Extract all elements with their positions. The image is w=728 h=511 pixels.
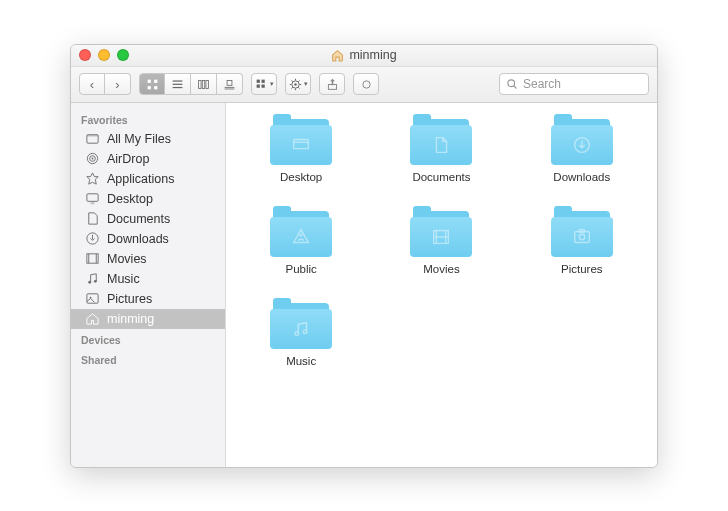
home-icon — [331, 49, 344, 62]
minimize-button[interactable] — [98, 49, 110, 61]
folder-label: Pictures — [561, 263, 603, 275]
share-icon — [326, 78, 339, 91]
home-icon — [85, 311, 100, 326]
view-icons-button[interactable] — [139, 73, 165, 95]
sidebar-item-documents[interactable]: Documents — [71, 209, 225, 229]
body: Favorites All My Files AirDrop Applicati… — [71, 103, 657, 467]
folder-item[interactable]: Public — [270, 209, 332, 275]
folder-label: Documents — [412, 171, 470, 183]
sidebar-item-label: All My Files — [107, 132, 171, 146]
folder-label: Desktop — [280, 171, 322, 183]
sidebar-header-shared: Shared — [71, 349, 225, 369]
search-field[interactable]: Search — [499, 73, 649, 95]
sidebar-item-applications[interactable]: Applications — [71, 169, 225, 189]
svg-rect-9 — [206, 80, 208, 88]
forward-button[interactable]: › — [105, 73, 131, 95]
folder-label: Public — [285, 263, 316, 275]
finder-window: minming ‹ › ▾ — [70, 44, 658, 468]
svg-line-25 — [291, 87, 292, 88]
sidebar-item-movies[interactable]: Movies — [71, 249, 225, 269]
close-button[interactable] — [79, 49, 91, 61]
arrange-icon — [255, 78, 268, 91]
sidebar-item-label: Documents — [107, 212, 170, 226]
svg-rect-37 — [91, 202, 95, 204]
content-area: DesktopDocumentsDownloadsPublicMoviesPic… — [226, 103, 657, 467]
svg-rect-46 — [294, 139, 309, 148]
view-list-button[interactable] — [165, 73, 191, 95]
svg-rect-12 — [225, 88, 235, 89]
back-button[interactable]: ‹ — [79, 73, 105, 95]
toolbar: ‹ › ▾ ▾ — [71, 67, 657, 103]
svg-rect-36 — [87, 194, 98, 202]
airdrop-icon — [85, 151, 100, 166]
svg-rect-4 — [173, 80, 183, 81]
svg-rect-11 — [225, 86, 235, 87]
window-title: minming — [71, 48, 657, 62]
folder-grid: DesktopDocumentsDownloadsPublicMoviesPic… — [236, 117, 647, 367]
titlebar: minming — [71, 45, 657, 67]
columns-icon — [197, 78, 210, 91]
chevron-left-icon: ‹ — [90, 78, 94, 91]
chevron-right-icon: › — [115, 78, 119, 91]
arrange-button[interactable]: ▾ — [251, 73, 277, 95]
folder-item[interactable]: Pictures — [551, 209, 613, 275]
action-group: ▾ — [285, 73, 311, 95]
svg-rect-15 — [256, 84, 259, 87]
grid-icon — [146, 78, 159, 91]
svg-rect-6 — [173, 86, 183, 87]
chevron-down-icon: ▾ — [270, 80, 274, 88]
svg-rect-54 — [574, 231, 589, 242]
svg-rect-5 — [173, 83, 183, 84]
folder-item[interactable]: Documents — [410, 117, 472, 183]
svg-rect-10 — [227, 80, 232, 85]
sidebar-header-favorites: Favorites — [71, 109, 225, 129]
sidebar-item-label: Applications — [107, 172, 174, 186]
sidebar-item-all-my-files[interactable]: All My Files — [71, 129, 225, 149]
svg-rect-16 — [261, 84, 264, 87]
svg-point-58 — [303, 329, 307, 333]
folder-label: Downloads — [553, 171, 610, 183]
share-button[interactable] — [319, 73, 345, 95]
svg-point-57 — [295, 331, 299, 335]
svg-point-29 — [508, 80, 515, 87]
sidebar-item-pictures[interactable]: Pictures — [71, 289, 225, 309]
sidebar-header-devices: Devices — [71, 329, 225, 349]
sidebar: Favorites All My Files AirDrop Applicati… — [71, 103, 226, 467]
action-button[interactable]: ▾ — [285, 73, 311, 95]
folder-item[interactable]: Desktop — [270, 117, 332, 183]
desktop-icon — [85, 191, 100, 206]
folder-item[interactable]: Downloads — [551, 117, 613, 183]
folder-icon — [270, 209, 332, 257]
svg-point-42 — [88, 281, 91, 284]
sidebar-item-desktop[interactable]: Desktop — [71, 189, 225, 209]
svg-rect-8 — [202, 80, 204, 88]
sidebar-item-downloads[interactable]: Downloads — [71, 229, 225, 249]
svg-rect-32 — [87, 135, 98, 137]
arrange-group: ▾ — [251, 73, 277, 95]
chevron-down-icon: ▾ — [304, 80, 308, 88]
folder-item[interactable]: Movies — [410, 209, 472, 275]
documents-icon — [85, 211, 100, 226]
tags-button[interactable] — [353, 73, 379, 95]
sidebar-item-airdrop[interactable]: AirDrop — [71, 149, 225, 169]
folder-icon — [270, 301, 332, 349]
folder-icon — [551, 117, 613, 165]
all-my-files-icon — [85, 131, 100, 146]
sidebar-item-home[interactable]: minming — [71, 309, 225, 329]
svg-rect-14 — [261, 79, 264, 82]
view-columns-button[interactable] — [191, 73, 217, 95]
folder-icon — [270, 117, 332, 165]
sidebar-item-label: Music — [107, 272, 140, 286]
svg-rect-0 — [147, 79, 150, 82]
list-icon — [171, 78, 184, 91]
sidebar-item-label: AirDrop — [107, 152, 149, 166]
view-coverflow-button[interactable] — [217, 73, 243, 95]
folder-item[interactable]: Music — [270, 301, 332, 367]
svg-line-30 — [514, 86, 517, 89]
folder-icon — [551, 209, 613, 257]
fullscreen-button[interactable] — [117, 49, 129, 61]
svg-rect-13 — [256, 79, 259, 82]
svg-point-28 — [362, 80, 369, 87]
svg-point-18 — [294, 83, 296, 85]
sidebar-item-music[interactable]: Music — [71, 269, 225, 289]
